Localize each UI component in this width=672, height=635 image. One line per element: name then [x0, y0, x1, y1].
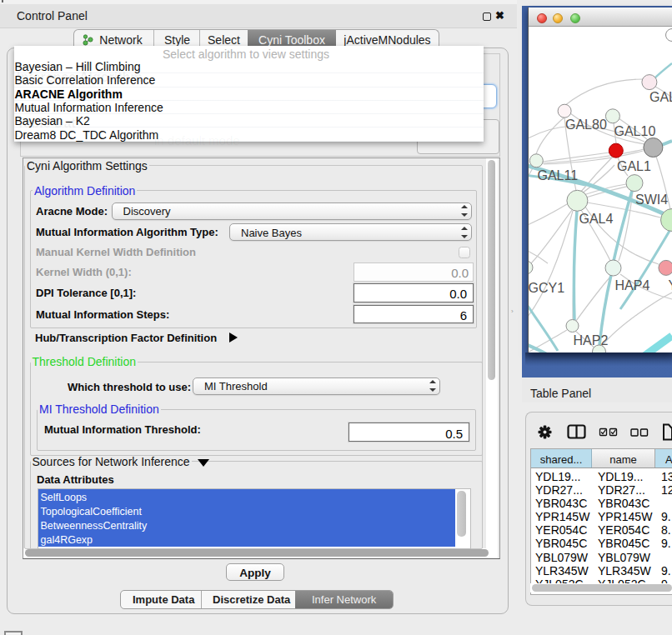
svg-text:SWI4: SWI4 — [635, 192, 668, 207]
svg-text:GAL11: GAL11 — [538, 168, 579, 182]
svg-text:GAL10: GAL10 — [614, 124, 656, 138]
svg-text:HAP4: HAP4 — [615, 278, 650, 292]
svg-text:GCY1: GCY1 — [529, 281, 564, 295]
svg-text:GAL80: GAL80 — [565, 118, 607, 132]
svg-text:GAL: GAL — [649, 90, 672, 104]
svg-text:HAP2: HAP2 — [574, 333, 609, 348]
svg-text:GAL4: GAL4 — [579, 212, 614, 226]
svg-text:Y: Y — [669, 278, 672, 292]
svg-text:GAL1: GAL1 — [617, 159, 651, 173]
